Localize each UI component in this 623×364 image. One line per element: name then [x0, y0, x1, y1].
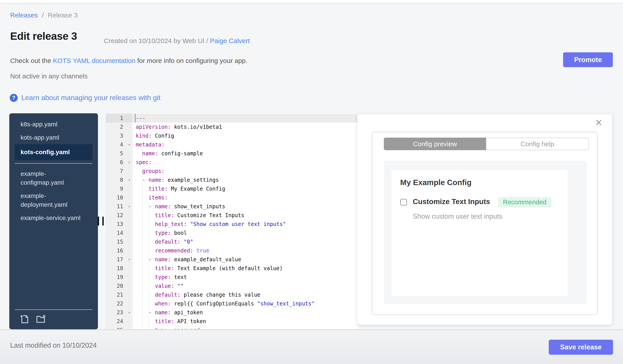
git-releases-link[interactable]: Learn about managing your releases with …: [21, 94, 160, 102]
code-line-content: default: "0": [132, 237, 357, 246]
option-label[interactable]: Customize Text Inputs: [413, 198, 490, 206]
code-line-13[interactable]: 13 help_text: "Show custom user text inp…: [106, 220, 357, 229]
line-number: 24: [106, 317, 132, 326]
file-list-divider: [15, 163, 92, 164]
file-sidebar: k8s-app.yamlkots-app.yamlkots-config.yam…: [9, 113, 98, 329]
code-line-20[interactable]: 20 value: "": [106, 282, 357, 290]
code-line-content: title: Customize Text Inputs: [132, 211, 357, 220]
sidebar-editor-resize-handle[interactable]: [98, 217, 104, 225]
indent-guide: [142, 149, 143, 327]
line-number: 5: [106, 149, 132, 158]
line-number: 9: [106, 184, 132, 193]
code-line-15[interactable]: 15 default: "0": [106, 237, 357, 246]
tab-config-preview[interactable]: Config preview: [384, 138, 486, 150]
text-cursor: [135, 114, 135, 122]
line-number: 20: [106, 282, 132, 290]
code-line-22[interactable]: 22 when: repl{{ ConfigOptionEquals "show…: [106, 299, 357, 308]
page-title: Edit release 3: [10, 30, 77, 42]
customize-text-inputs-checkbox[interactable]: [400, 199, 407, 206]
fold-arrow-icon[interactable]: ▾: [128, 176, 131, 184]
doc-text-before: Check out the: [10, 57, 53, 64]
preview-tabs: Config preview Config help: [384, 138, 589, 150]
code-line-9[interactable]: 9 title: My Example Config: [106, 184, 357, 193]
code-line-content: type: bool: [132, 229, 357, 237]
code-line-content: name: config-sample: [132, 149, 357, 158]
doc-hint-line: Check out the KOTS YAML documentation fo…: [10, 57, 247, 64]
code-line-7[interactable]: 7 groups:: [106, 167, 357, 176]
resize-bar: [102, 217, 104, 225]
config-group-title: My Example Config: [400, 178, 471, 187]
code-line-content: help_text: "Show custom user text inputs…: [132, 220, 357, 229]
file-item-kots-app.yaml[interactable]: kots-app.yaml: [15, 131, 85, 144]
code-line-content: - name: show_text_inputs: [132, 202, 357, 211]
fold-arrow-icon[interactable]: ▾: [128, 140, 131, 149]
code-line-24[interactable]: 24 title: API token: [106, 317, 357, 326]
close-icon[interactable]: ✕: [595, 118, 603, 127]
fold-arrow-icon[interactable]: ▾: [128, 308, 131, 317]
code-line-17[interactable]: 17▾ - name: example_default_value: [106, 255, 357, 264]
code-lines: 1---2apiVersion: kots.io/v1beta13kind: C…: [106, 114, 357, 329]
code-line-19[interactable]: 19 type: text: [106, 273, 357, 282]
code-line-content: title: API token: [132, 317, 357, 326]
code-line-8[interactable]: 8▾ - name: example_settings: [106, 176, 357, 184]
code-line-11[interactable]: 11▾ - name: show_text_inputs: [106, 202, 357, 211]
breadcrumb: Releases / Release 3: [10, 12, 78, 19]
code-line-14[interactable]: 14 type: bool: [106, 229, 357, 237]
code-line-3[interactable]: 3kind: Config: [106, 131, 357, 140]
code-line-content: default: please change this value: [132, 290, 357, 299]
line-number: 21: [106, 290, 132, 299]
code-line-content: recommended: true: [132, 246, 357, 255]
code-line-content: when: repl{{ ConfigOptionEquals "show_te…: [132, 299, 357, 308]
author-link[interactable]: Paige Calvert: [210, 37, 250, 44]
code-line-content: title: My Example Config: [132, 184, 357, 193]
line-number: 14: [106, 229, 132, 237]
git-help-row: ? Learn about managing your releases wit…: [10, 94, 160, 102]
sidebar-actions: [15, 309, 92, 326]
code-line-18[interactable]: 18 title: Text Example (with default val…: [106, 264, 357, 273]
code-line-6[interactable]: 6▾spec:: [106, 158, 357, 167]
tab-config-help[interactable]: Config help: [486, 138, 589, 150]
fold-arrow-icon[interactable]: ▾: [128, 202, 131, 211]
fold-arrow-icon[interactable]: ▾: [128, 255, 131, 264]
line-number: 3: [106, 131, 132, 140]
file-item-example-deployment.yaml[interactable]: example-deployment.yaml: [15, 189, 85, 211]
line-number: 11▾: [106, 202, 132, 211]
file-item-k8s-app.yaml[interactable]: k8s-app.yaml: [15, 118, 85, 131]
code-line-content: type: password: [132, 326, 357, 329]
code-line-23[interactable]: 23▾ - name: api_token: [106, 308, 357, 317]
created-text: Created on 10/10/2024 by Web UI /: [104, 37, 210, 44]
breadcrumb-releases-link[interactable]: Releases: [10, 12, 38, 19]
new-folder-icon[interactable]: [36, 314, 46, 324]
code-line-4[interactable]: 4▾metadata:: [106, 140, 357, 149]
code-line-1[interactable]: 1---: [106, 114, 357, 122]
code-line-5[interactable]: 5 name: config-sample: [106, 149, 357, 158]
code-line-21[interactable]: 21 default: please change this value: [106, 290, 357, 299]
file-item-example-service.yaml[interactable]: example-service.yaml: [15, 211, 85, 225]
code-line-12[interactable]: 12 title: Customize Text Inputs: [106, 211, 357, 220]
code-line-25[interactable]: 25 type: password: [106, 326, 357, 329]
code-line-content: - name: example_default_value: [132, 255, 357, 264]
indent-guide: [149, 202, 149, 327]
line-number: 6▾: [106, 158, 132, 167]
promote-button[interactable]: Promote: [563, 52, 613, 67]
save-release-button[interactable]: Save release: [549, 340, 613, 355]
code-line-content: - name: api_token: [132, 308, 357, 317]
yaml-code-editor[interactable]: 1---2apiVersion: kots.io/v1beta13kind: C…: [106, 113, 357, 329]
code-line-2[interactable]: 2apiVersion: kots.io/v1beta1: [106, 122, 357, 131]
file-list: k8s-app.yamlkots-app.yamlkots-config.yam…: [9, 113, 98, 225]
code-line-16[interactable]: 16 recommended: true: [106, 246, 357, 255]
top-navbar-edge: [0, 0, 623, 3]
new-file-icon[interactable]: [20, 314, 30, 324]
help-question-icon[interactable]: ?: [10, 94, 18, 102]
line-number: 23▾: [106, 308, 132, 317]
fold-arrow-icon[interactable]: ▾: [128, 158, 131, 167]
last-modified-text: Last modified on 10/10/2024: [10, 342, 97, 349]
line-number: 4▾: [106, 140, 132, 149]
file-item-kots-config.yaml[interactable]: kots-config.yaml: [15, 144, 92, 160]
code-line-content: apiVersion: kots.io/v1beta1: [132, 122, 357, 131]
footer-bar: Last modified on 10/10/2024 Save release: [0, 329, 623, 364]
file-item-example-configmap.yaml[interactable]: example-configmap.yaml: [15, 167, 85, 189]
config-card: Config preview Config help My Example Co…: [372, 132, 598, 315]
kots-yaml-doc-link[interactable]: KOTS YAML documentation: [53, 57, 135, 64]
code-line-10[interactable]: 10 items:: [106, 193, 357, 202]
